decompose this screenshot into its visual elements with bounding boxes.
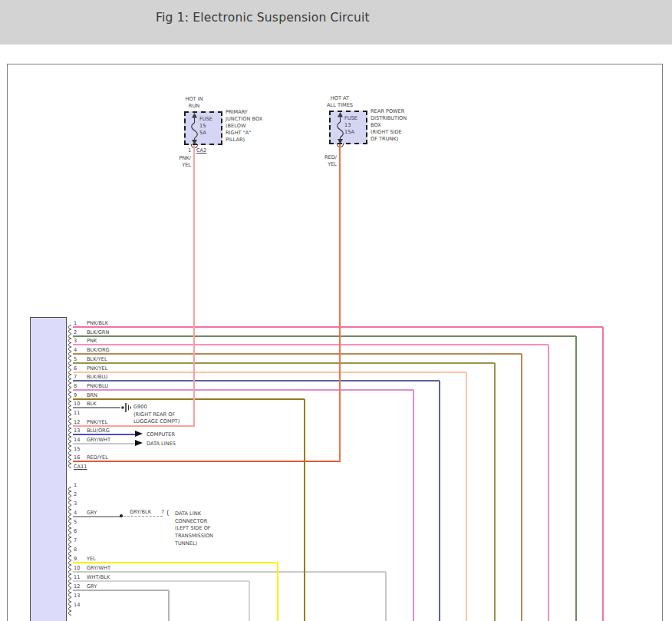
pin-number: 3	[74, 500, 77, 507]
wire-name-label: WHT/BLK	[87, 574, 110, 580]
pin-number: 8	[74, 383, 77, 389]
wire-pnk-yel	[73, 425, 195, 427]
wire-name-label: BLK/ORG	[87, 347, 110, 353]
wire-blk	[73, 407, 120, 408]
pin-number: 2	[74, 491, 77, 497]
wire-name-label: GRY	[87, 510, 97, 516]
wire-blk-grn	[73, 335, 576, 337]
wire-pnk	[548, 345, 549, 621]
fuse-symbol-icon	[336, 112, 344, 147]
wiring-layer: 1PNK/BLK2BLK/GRN3PNK4BLK/ORG5BLK/YEL6PNK…	[0, 0, 672, 621]
wire-name-label: GRY/WHT	[87, 437, 110, 443]
wire-name-label: BLU/ORG	[87, 428, 110, 434]
wire-gry-wht	[73, 443, 135, 444]
wire-brn	[304, 399, 305, 621]
pin-number: 13	[74, 428, 80, 434]
wire-blk-grn	[575, 336, 577, 621]
pin-number: 11	[74, 410, 80, 416]
wire-gry	[73, 590, 169, 591]
wire-pnk	[73, 344, 548, 345]
ground-id-label: G900	[133, 404, 147, 410]
pin-number: 14	[74, 602, 80, 608]
wire-gry-wht	[385, 572, 387, 621]
pin-number: 9	[74, 556, 77, 562]
pin-number: 1	[74, 482, 77, 488]
wire-name-label: BLK	[87, 401, 97, 407]
wire-blk-blu	[439, 381, 440, 621]
pin-number: 4	[74, 347, 77, 353]
wire-name-label: BLK/GRN	[87, 329, 109, 335]
wire-blk-org	[73, 353, 522, 355]
wire-blk-yel	[73, 362, 495, 364]
connector-id-label: CA11	[74, 464, 87, 470]
wire-name-label: PNK	[87, 338, 97, 344]
arrow-icon	[135, 440, 143, 446]
wire-name-label: PNK/YEL	[87, 365, 107, 372]
pin-number: 6	[74, 528, 77, 534]
wire-blu-org	[73, 434, 135, 435]
dlc-desc-line: TUNNEL)	[175, 540, 197, 547]
pin-number: 10	[74, 401, 80, 407]
wire-name-label: PNK/BLK	[87, 320, 108, 326]
wire-brn	[73, 398, 305, 400]
wire-pnk-yel	[73, 372, 466, 373]
hot-label: HOT IN RUN	[163, 96, 225, 110]
wire-name-label: PNK/BLU	[87, 383, 108, 389]
wire-pnk-blk	[602, 327, 604, 621]
hot-label: HOT AT ALL TIMES	[309, 95, 371, 109]
pin-terminal-icon	[66, 457, 72, 471]
dashed-wire-segment	[124, 516, 163, 517]
pin-number: 15	[74, 446, 80, 452]
dlc-desc-line: TRANSMISSION	[175, 533, 213, 539]
wire-name-label: GRY/WHT	[87, 565, 110, 571]
fuse-side-label: REAR POWER DISTRIBUTION BOX (RIGHT SIDE …	[371, 108, 407, 143]
wire-name-label: GRY	[87, 583, 97, 590]
pin-number: 8	[74, 547, 77, 553]
pin-number: 2	[74, 329, 77, 335]
wire-name-label: RED/YEL	[87, 454, 108, 461]
wire-pnk-yel	[466, 372, 467, 621]
pin-number: 7	[74, 537, 77, 543]
wire-name-label: YEL	[87, 556, 96, 562]
fuse-wire-label: RED/ YEL	[312, 154, 337, 168]
pin-number: 1	[74, 320, 77, 326]
wire-name-label: BLK/YEL	[87, 356, 107, 362]
ground-icon	[120, 401, 133, 417]
wire-blk-yel	[494, 363, 496, 621]
junction-dot-icon	[120, 514, 123, 517]
pin-number: 5	[74, 356, 77, 362]
wire-name-label: BRN	[87, 392, 97, 398]
wire-yel	[73, 562, 278, 563]
pin-number: 11	[74, 574, 80, 580]
wire-name-label: PNK/YEL	[87, 419, 107, 425]
ground-desc-line: (RIGHT REAR OF	[133, 411, 175, 418]
arrow-note-label: DATA LINES	[147, 441, 176, 447]
pin-number: 9	[74, 392, 77, 398]
pin-number: 13	[74, 593, 80, 599]
pin-number: 7	[74, 374, 77, 380]
dlc-desc-line: CONNECTOR	[175, 518, 207, 524]
fuse-wire-label: PNK/ YEL	[166, 155, 191, 169]
fuse-side-label: PRIMARY JUNCTION BOX (BELOW RIGHT "A" PI…	[226, 109, 262, 144]
pin-number: 10	[74, 565, 80, 571]
pin-number: 12	[74, 583, 80, 590]
wire-blk-org	[521, 354, 522, 621]
fuse-name-label: FUSE 13 15A	[344, 115, 357, 136]
wire-wht-blk	[249, 581, 250, 621]
fuse-connector-id: CA2	[196, 147, 206, 154]
wire-gry-wht	[73, 571, 386, 573]
dlc-wire-label: GRY/BLK	[130, 509, 151, 515]
wire-yel	[277, 563, 278, 621]
wire-pnk-yel	[193, 145, 195, 426]
wire-gry	[168, 590, 170, 621]
fuse-symbol-icon	[190, 113, 199, 148]
pin-number: 4	[74, 510, 77, 516]
pin-number: 3	[74, 338, 77, 344]
arrow-icon	[135, 431, 143, 437]
wire-blk-blu	[73, 380, 440, 382]
wire-name-label: BLK/BLU	[87, 374, 107, 380]
pin-number: 6	[74, 365, 77, 372]
dlc-pin-number: 7	[161, 509, 164, 515]
pin-number: 14	[74, 437, 80, 443]
pin-number: 12	[74, 419, 80, 425]
